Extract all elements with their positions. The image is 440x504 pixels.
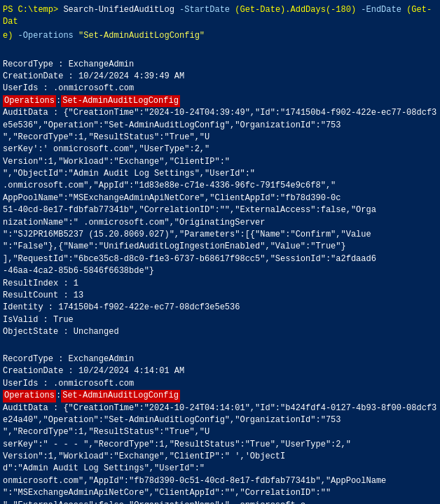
r1-resultcount: ResultCount : 13	[3, 290, 437, 302]
r1-resultindex: ResultIndex : 1	[3, 278, 437, 290]
r1-objectstate: ObjectState : Unchanged	[3, 326, 437, 338]
r2-creationdate: CreationDate : 10/24/2024 4:14:01 AM	[3, 365, 437, 377]
param-startdate-val: (Get-Date).AddDays(-180)	[235, 5, 356, 15]
command-line-cont: e) -Operations "Set-AdminAuditLogConfig"	[3, 30, 437, 42]
r1-auditdata-11: ":"SJ2PR16MB5237 (15.20.8069.027)","Para…	[3, 229, 437, 241]
r1-userids: UserIds : .onmicrosoft.com	[3, 83, 437, 94]
terminal-window: PS C:\temp> Search-UnifiedAuditLog -Star…	[3, 4, 437, 504]
r2-operations-line: Operations : Set-AdminAuditLogConfig	[3, 390, 437, 402]
r2-auditdata-8: ":"MSExchangeAdminApiNetCore","ClientApp…	[3, 487, 437, 499]
prompt: PS C:\temp>	[3, 5, 58, 15]
r1-identity: Identity : 174150b4-f902-422e-ec77-08dcf…	[3, 302, 437, 314]
r2-userids: UserIds : .onmicrosoft.com	[3, 378, 437, 390]
r2-auditdata-6: d":"Admin Audit Log Settings","UserId":"	[3, 463, 437, 475]
r2-auditdata-9: ","ExternalAccess":false,"OrganizationNa…	[3, 500, 437, 504]
r1-operations-line: Operations : Set-AdminAuditLogConfig	[3, 95, 437, 107]
r2-blank	[3, 342, 437, 354]
param-startdate: -StartDate	[179, 5, 230, 15]
r1-isvalid: IsValid : True	[3, 314, 437, 326]
r2-recordtype: RecordType : ExchangeAdmin	[3, 354, 437, 365]
r1-auditdata-10: nizationName":" .onmicrosoft.com","Origi…	[3, 217, 437, 229]
r1-auditdata-14: -46aa-4ca2-85b6-5846f6638bde"}	[3, 265, 437, 277]
r2-ops-label: Operations	[3, 390, 56, 402]
param-operations: -Operations	[18, 31, 74, 41]
param-enddate: -EndDate	[361, 5, 401, 15]
r2-ops-val: Set-AdminAuditLogConfig	[61, 390, 180, 402]
r2-auditdata-4: serKey":" - - - ","RecordType":1,"Result…	[3, 439, 437, 451]
command-line: PS C:\temp> Search-UnifiedAuditLog -Star…	[3, 4, 437, 29]
command-line-cont-text: e)	[3, 31, 13, 41]
r2-ops-sep: :	[56, 390, 61, 402]
r2-auditdata-2: e24a40","Operation":"Set-AdminAuditLogCo…	[3, 414, 437, 426]
command-name: Search-UnifiedAuditLog	[63, 5, 174, 15]
param-operations-val: "Set-AdminAuditLogConfig"	[78, 31, 205, 41]
r2-auditdata-3: ","RecordType":1,"ResultStatus":"True","…	[3, 426, 437, 438]
r1-auditdata-4: serKey':' onmicrosoft.com","UserType":2,…	[3, 144, 437, 155]
r1-auditdata-6: ","ObjectId":"Admin Audit Log Settings",…	[3, 168, 437, 180]
r1-ops-val: Set-AdminAuditLogConfig	[61, 95, 180, 107]
r1-auditdata-12: ":"False"},{"Name":"UnifiedAuditLogInges…	[3, 241, 437, 253]
r1-ops-label: Operations	[3, 95, 56, 107]
r2-auditdata-5: Version":1,"Workload":"Exchange","Client…	[3, 451, 437, 463]
r1-auditdata-7: .onmicrosoft.com","AppId":"1d83e88e-c71e…	[3, 180, 437, 192]
r1-recordtype: RecordType : ExchangeAdmin	[3, 59, 437, 71]
r1-auditdata-1: AuditData : {"CreationTime":"2024-10-24T…	[3, 107, 437, 119]
r1-auditdata-5: Version":1,"Workload":"Exchange","Client…	[3, 156, 437, 168]
r1-auditdata-13: ],"RequestId":"6bce35c8-d8c0-f1e3-6737-b…	[3, 253, 437, 265]
r1-auditdata-3: ","RecordType":1,"ResultStatus":"True","…	[3, 132, 437, 144]
record-2: RecordType : ExchangeAdmin CreationDate …	[3, 342, 437, 504]
r1-ops-sep: :	[56, 95, 61, 107]
r1-blank	[3, 46, 437, 58]
r1-auditdata-2: e5e536","Operation":"Set-AdminAuditLogCo…	[3, 120, 437, 132]
r2-auditdata-7: onmicrosoft.com","AppId":"fb78d390-0c51-…	[3, 475, 437, 487]
record-1: RecordType : ExchangeAdmin CreationDate …	[3, 46, 437, 338]
r1-creationdate: CreationDate : 10/24/2024 4:39:49 AM	[3, 71, 437, 83]
r2-auditdata-1: AuditData : {"CreationTime":"2024-10-24T…	[3, 402, 437, 414]
r1-auditdata-8: AppPoolName":"MSExchangeAdminApiNetCore"…	[3, 192, 437, 204]
r1-auditdata-9: 51-40cd-8e17-fdbfab77341b","CorrelationI…	[3, 204, 437, 216]
